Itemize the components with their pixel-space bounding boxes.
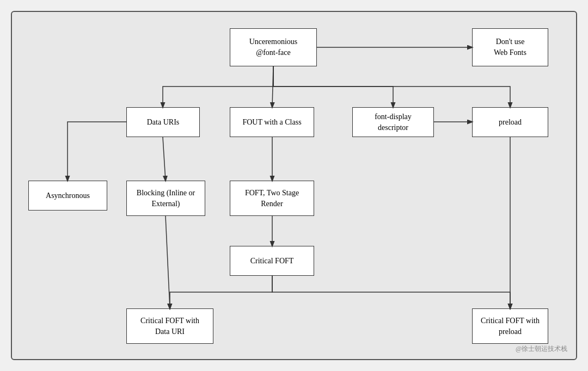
node-foft-two-stage: FOFT, Two StageRender	[230, 181, 314, 216]
node-asynchronous: Asynchronous	[28, 181, 107, 211]
watermark: @徐士朝运技术栈	[516, 344, 567, 354]
svg-line-1	[272, 66, 273, 107]
node-critical-foft-preload: Critical FOFT withpreload	[472, 308, 548, 344]
svg-line-2	[163, 137, 166, 181]
svg-line-6	[166, 216, 170, 308]
node-critical-foft-data-uri: Critical FOFT withData URI	[126, 308, 213, 344]
node-dont-use-web-fonts: Don't useWeb Fonts	[472, 28, 548, 66]
node-preload: preload	[472, 107, 548, 137]
node-data-uris: Data URIs	[126, 107, 200, 137]
node-unceremonious: Unceremonious@font-face	[230, 28, 317, 66]
diagram-container: Unceremonious@font-face Don't useWeb Fon…	[11, 11, 577, 360]
node-blocking: Blocking (Inline orExternal)	[126, 181, 205, 216]
node-critical-foft: Critical FOFT	[230, 246, 314, 276]
node-fout-with-class: FOUT with a Class	[230, 107, 314, 137]
node-font-display: font-displaydescriptor	[352, 107, 434, 137]
